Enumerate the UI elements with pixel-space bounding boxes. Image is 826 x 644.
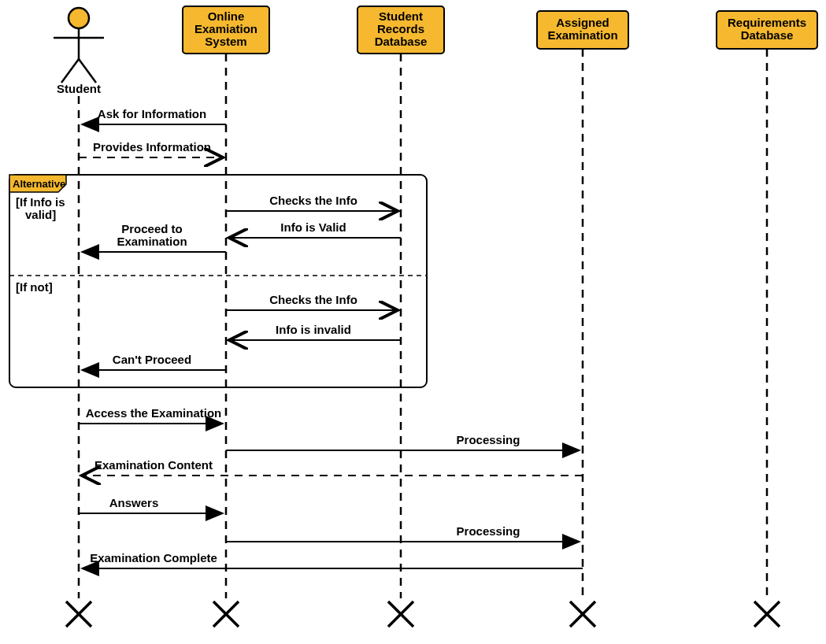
msg-ask-for-info: Ask for Information [82, 107, 226, 124]
svg-line-4 [79, 59, 96, 83]
alt-tag: Alternative [13, 178, 65, 190]
svg-line-3 [61, 59, 79, 83]
msg-info-valid: Info is Valid [229, 220, 401, 238]
msg-answers: Answers [79, 496, 223, 513]
terminator-assigned [570, 601, 595, 627]
msg-processing-1: Processing [226, 433, 580, 450]
svg-text:Processing: Processing [457, 524, 520, 538]
actor-label: Student [57, 82, 101, 95]
actor-student: Student [54, 8, 104, 95]
svg-text:Student: Student [379, 9, 423, 23]
alt-guard1b: valid] [25, 208, 56, 221]
terminator-requirements [754, 601, 780, 627]
msg-access-exam: Access the Examination [79, 406, 223, 424]
svg-text:Proceed to: Proceed to [121, 222, 183, 235]
participant-requirements-db: Requirements Database [717, 11, 817, 49]
svg-text:Examination Content: Examination Content [94, 458, 213, 472]
alt-guard1: [If Info is [16, 195, 65, 209]
svg-text:Access the Examination: Access the Examination [86, 406, 222, 420]
svg-text:Ask for Information: Ask for Information [98, 107, 206, 120]
msg-processing-2: Processing [226, 524, 580, 542]
participant-student-records-db: Student Records Database [357, 6, 444, 54]
svg-text:Assigned: Assigned [556, 16, 609, 29]
msg-exam-content: Examination Content [82, 458, 583, 476]
terminator-records [388, 601, 413, 627]
msg-checks-info-2: Checks the Info [226, 293, 398, 310]
sequence-diagram: Student Online Examiation System Student… [0, 0, 826, 644]
svg-text:Answers: Answers [109, 496, 159, 509]
svg-text:Records: Records [377, 22, 424, 35]
msg-exam-complete: Examination Complete [82, 551, 583, 568]
svg-text:Processing: Processing [457, 433, 520, 446]
svg-text:Checks the Info: Checks the Info [269, 293, 357, 306]
msg-checks-info-1: Checks the Info [226, 194, 398, 211]
svg-text:Requirements: Requirements [728, 16, 806, 29]
participant-assigned-exam: Assigned Examination [537, 11, 628, 49]
svg-text:Examiation: Examiation [194, 22, 257, 35]
alt-guard2: [If not] [16, 280, 53, 294]
svg-text:Info is invalid: Info is invalid [276, 323, 351, 336]
svg-text:System: System [205, 35, 246, 48]
svg-text:Database: Database [741, 28, 794, 42]
msg-cant-proceed: Can't Proceed [82, 353, 226, 370]
msg-proceed: Proceed to Examination [82, 222, 226, 252]
svg-text:Examination: Examination [117, 235, 187, 248]
terminator-student [66, 601, 91, 627]
participant-online-exam-system: Online Examiation System [183, 6, 269, 54]
svg-text:Can't Proceed: Can't Proceed [113, 353, 191, 366]
svg-text:Examination: Examination [547, 28, 617, 42]
msg-provides-info: Provides Information [79, 140, 223, 157]
svg-point-0 [69, 8, 89, 28]
terminator-system [213, 601, 239, 627]
svg-text:Examination Complete: Examination Complete [90, 551, 217, 564]
svg-text:Online: Online [208, 9, 245, 23]
svg-text:Provides Information: Provides Information [93, 140, 211, 154]
svg-text:Database: Database [375, 35, 428, 48]
svg-text:Checks the Info: Checks the Info [269, 194, 357, 207]
msg-info-invalid: Info is invalid [229, 323, 401, 340]
alt-frame: Alternative [If Info is valid] [If not] [9, 175, 427, 387]
svg-rect-23 [9, 175, 427, 387]
svg-text:Info is Valid: Info is Valid [280, 220, 346, 234]
